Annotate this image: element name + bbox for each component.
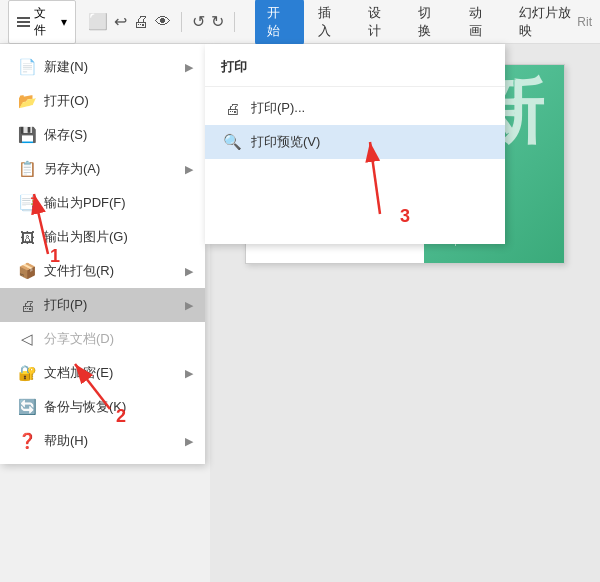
save-icon: 💾	[16, 126, 38, 144]
saveas-icon: 📋	[16, 160, 38, 178]
arrow-icon-saveas: ▶	[185, 163, 193, 176]
menu-label-backup: 备份与恢复(K)	[44, 398, 193, 416]
exportpdf-icon: 📑	[16, 194, 38, 212]
submenu-item-print[interactable]: 🖨 打印(P)...	[205, 91, 505, 125]
toolbar: 文件 ▾ ⬜ ↩ 🖨 👁 ↺ ↻ 开始 插入 设计 切换 动画 幻灯片放映 Ri…	[0, 0, 600, 44]
menu-item-backup[interactable]: 🔄 备份与恢复(K)	[0, 390, 205, 424]
toolbar-tabs: 开始 插入 设计 切换 动画 幻灯片放映	[255, 0, 592, 45]
arrow-icon-filepack: ▶	[185, 265, 193, 278]
menu-item-exportpdf[interactable]: 📑 输出为PDF(F)	[0, 186, 205, 220]
print-submenu: 打印 🖨 打印(P)... 🔍 打印预览(V)	[205, 44, 505, 244]
redo-icon[interactable]: ↻	[211, 12, 224, 31]
file-menu: 📄 新建(N) ▶ 📂 打开(O) 💾 保存(S) 📋 另存为(A) ▶ 📑 输…	[0, 44, 205, 464]
new-file-icon: 📄	[16, 58, 38, 76]
file-label: 文件	[34, 5, 57, 39]
menu-label-print: 打印(P)	[44, 296, 185, 314]
menu-label-help: 帮助(H)	[44, 432, 185, 450]
toolbar-left: 文件 ▾ ⬜ ↩ 🖨 👁 ↺ ↻ 开始 插入 设计 切换 动画 幻灯片放映	[8, 0, 592, 45]
help-icon: ❓	[16, 432, 38, 450]
menu-item-open[interactable]: 📂 打开(O)	[0, 84, 205, 118]
undo2-icon[interactable]: ↺	[192, 12, 205, 31]
menu-label-exportimg: 输出为图片(G)	[44, 228, 193, 246]
preview-menu-icon: 🔍	[221, 133, 243, 151]
exportimg-icon: 🖼	[16, 229, 38, 246]
filepack-icon: 📦	[16, 262, 38, 280]
menu-label-share: 分享文档(D)	[44, 330, 193, 348]
encrypt-icon: 🔐	[16, 364, 38, 382]
share-icon: ◁	[16, 330, 38, 348]
submenu-item-preview[interactable]: 🔍 打印预览(V)	[205, 125, 505, 159]
submenu-header: 打印	[205, 52, 505, 87]
menu-item-exportimg[interactable]: 🖼 输出为图片(G)	[0, 220, 205, 254]
hamburger-icon	[17, 17, 30, 27]
dropdown-arrow: ▾	[61, 15, 67, 29]
tab-insert[interactable]: 插入	[306, 0, 354, 45]
undo-icon[interactable]: ↩	[114, 12, 127, 31]
new-icon[interactable]: ⬜	[88, 12, 108, 31]
file-menu-button[interactable]: 文件 ▾	[8, 0, 76, 44]
menu-item-encrypt[interactable]: 🔐 文档加密(E) ▶	[0, 356, 205, 390]
divider2	[234, 12, 235, 32]
menu-label-saveas: 另存为(A)	[44, 160, 185, 178]
main-area: 新 Lorem ipsu 📄 新建(N) ▶ 📂 打开(O) 💾 保存(S) 📋…	[0, 44, 600, 582]
preview-icon[interactable]: 👁	[155, 13, 171, 31]
tab-animation[interactable]: 动画	[457, 0, 505, 45]
print-icon-toolbar[interactable]: 🖨	[133, 13, 149, 31]
menu-label-save: 保存(S)	[44, 126, 193, 144]
tab-start[interactable]: 开始	[255, 0, 303, 45]
menu-item-saveas[interactable]: 📋 另存为(A) ▶	[0, 152, 205, 186]
arrow-icon-encrypt: ▶	[185, 367, 193, 380]
open-icon: 📂	[16, 92, 38, 110]
backup-icon: 🔄	[16, 398, 38, 416]
menu-label-exportpdf: 输出为PDF(F)	[44, 194, 193, 212]
rit-label: Rit	[577, 15, 592, 29]
menu-item-save[interactable]: 💾 保存(S)	[0, 118, 205, 152]
arrow-icon-print: ▶	[185, 299, 193, 312]
submenu-label-preview: 打印预览(V)	[251, 133, 320, 151]
menu-item-help[interactable]: ❓ 帮助(H) ▶	[0, 424, 205, 458]
toolbar-right: Rit	[577, 15, 592, 29]
submenu-label-print: 打印(P)...	[251, 99, 305, 117]
menu-item-print[interactable]: 🖨 打印(P) ▶	[0, 288, 205, 322]
menu-label-open: 打开(O)	[44, 92, 193, 110]
menu-label-new: 新建(N)	[44, 58, 185, 76]
toolbar-quick-icons: ⬜ ↩ 🖨 👁 ↺ ↻	[88, 12, 239, 32]
tab-transition[interactable]: 切换	[406, 0, 454, 45]
menu-label-encrypt: 文档加密(E)	[44, 364, 185, 382]
divider	[181, 12, 182, 32]
print-menu-icon: 🖨	[16, 297, 38, 314]
arrow-icon-new: ▶	[185, 61, 193, 74]
menu-label-filepack: 文件打包(R)	[44, 262, 185, 280]
print-direct-icon: 🖨	[221, 100, 243, 117]
menu-item-new[interactable]: 📄 新建(N) ▶	[0, 50, 205, 84]
arrow-icon-help: ▶	[185, 435, 193, 448]
tab-design[interactable]: 设计	[356, 0, 404, 45]
menu-item-filepack[interactable]: 📦 文件打包(R) ▶	[0, 254, 205, 288]
menu-item-share[interactable]: ◁ 分享文档(D)	[0, 322, 205, 356]
